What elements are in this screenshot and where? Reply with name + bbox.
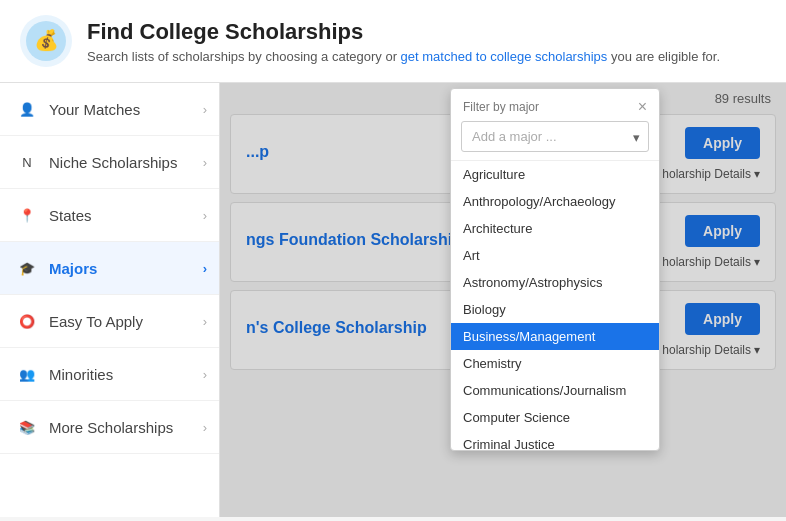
- close-modal-button[interactable]: ×: [638, 99, 647, 115]
- page-description: Search lists of scholarships by choosing…: [87, 49, 720, 64]
- chevron-icon-states: ›: [203, 208, 207, 223]
- sidebar-item-niche-scholarships[interactable]: NNiche Scholarships›: [0, 136, 219, 189]
- chevron-icon-more-scholarships: ›: [203, 420, 207, 435]
- main-layout: 👤Your Matches›NNiche Scholarships›📍State…: [0, 83, 786, 517]
- sidebar-label-minorities: Minorities: [49, 366, 113, 383]
- major-select-display[interactable]: Add a major ... ▾: [461, 121, 649, 152]
- sidebar-label-states: States: [49, 207, 92, 224]
- match-link[interactable]: get matched to college scholarships: [401, 49, 608, 64]
- chevron-icon-majors: ›: [203, 261, 207, 276]
- chevron-icon-your-matches: ›: [203, 102, 207, 117]
- major-list: AgricultureAnthropology/ArchaeologyArchi…: [451, 160, 659, 450]
- chevron-icon-minorities: ›: [203, 367, 207, 382]
- major-list-item[interactable]: Architecture: [451, 215, 659, 242]
- major-list-item[interactable]: Business/Management: [451, 323, 659, 350]
- sidebar-item-states[interactable]: 📍States›: [0, 189, 219, 242]
- sidebar-item-minorities[interactable]: 👥Minorities›: [0, 348, 219, 401]
- content-area: 89 results ...p Apply holarship Details …: [220, 83, 786, 517]
- sidebar-label-easy-to-apply: Easy To Apply: [49, 313, 143, 330]
- chevron-icon-niche-scholarships: ›: [203, 155, 207, 170]
- filter-by-major-modal: Filter by major × Add a major ... ▾ Agri…: [450, 88, 660, 451]
- caret-icon: ▾: [633, 129, 640, 144]
- sidebar-label-your-matches: Your Matches: [49, 101, 140, 118]
- sidebar-icon-minorities: 👥: [15, 362, 39, 386]
- major-placeholder: Add a major ...: [472, 129, 557, 144]
- sidebar-item-easy-to-apply[interactable]: ⭕Easy To Apply›: [0, 295, 219, 348]
- sidebar: 👤Your Matches›NNiche Scholarships›📍State…: [0, 83, 220, 517]
- major-list-item[interactable]: Anthropology/Archaeology: [451, 188, 659, 215]
- sidebar-icon-majors: 🎓: [15, 256, 39, 280]
- major-list-item[interactable]: Chemistry: [451, 350, 659, 377]
- major-list-item[interactable]: Communications/Journalism: [451, 377, 659, 404]
- major-list-item[interactable]: Astronomy/Astrophysics: [451, 269, 659, 296]
- modal-label: Filter by major: [463, 100, 539, 114]
- sidebar-icon-states: 📍: [15, 203, 39, 227]
- major-list-item[interactable]: Art: [451, 242, 659, 269]
- sidebar-icon-more-scholarships: 📚: [15, 415, 39, 439]
- svg-text:💰: 💰: [34, 28, 59, 52]
- header-text-block: Find College Scholarships Search lists o…: [87, 19, 720, 64]
- sidebar-item-more-scholarships[interactable]: 📚More Scholarships›: [0, 401, 219, 454]
- page-header: 💰 Find College Scholarships Search lists…: [0, 0, 786, 83]
- major-list-item[interactable]: Agriculture: [451, 161, 659, 188]
- sidebar-icon-your-matches: 👤: [15, 97, 39, 121]
- page-title: Find College Scholarships: [87, 19, 720, 45]
- sidebar-label-more-scholarships: More Scholarships: [49, 419, 173, 436]
- sidebar-icon-niche-scholarships: N: [15, 150, 39, 174]
- major-list-item[interactable]: Criminal Justice: [451, 431, 659, 450]
- major-list-item[interactable]: Biology: [451, 296, 659, 323]
- major-select-wrapper: Add a major ... ▾: [451, 121, 659, 160]
- sidebar-item-majors[interactable]: 🎓Majors›: [0, 242, 219, 295]
- sidebar-label-niche-scholarships: Niche Scholarships: [49, 154, 177, 171]
- sidebar-item-your-matches[interactable]: 👤Your Matches›: [0, 83, 219, 136]
- sidebar-label-majors: Majors: [49, 260, 97, 277]
- sidebar-icon-easy-to-apply: ⭕: [15, 309, 39, 333]
- major-list-item[interactable]: Computer Science: [451, 404, 659, 431]
- chevron-icon-easy-to-apply: ›: [203, 314, 207, 329]
- scholarship-icon: 💰: [20, 15, 72, 67]
- modal-header: Filter by major ×: [451, 89, 659, 121]
